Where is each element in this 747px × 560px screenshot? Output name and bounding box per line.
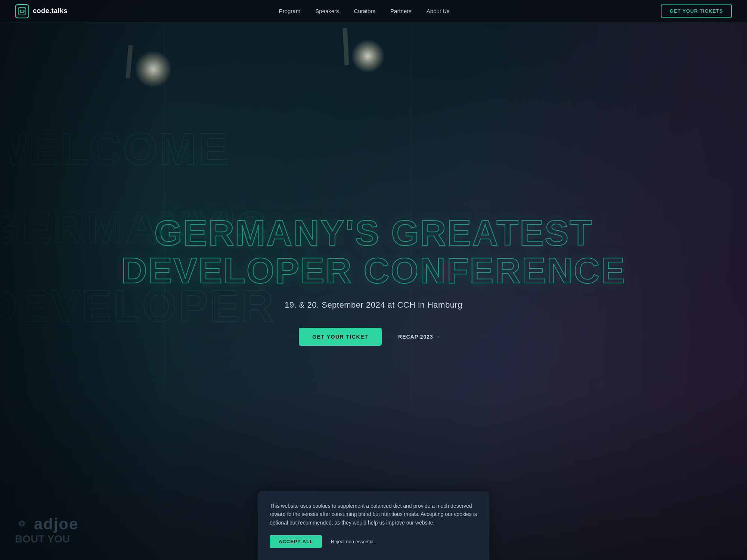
hero-title-line2: DEVELOPER CONFERENCE [121,251,626,290]
hero-cta-button[interactable]: GET YOUR TICKET [299,328,382,346]
nav-speakers[interactable]: Speakers [315,8,339,14]
navbar: code.talks Program Speakers Curators Par… [0,0,747,22]
hero-title: GERMANY'S GREATEST DEVELOPER CONFERENCE [121,214,626,290]
nav-partners[interactable]: Partners [390,8,412,14]
cookie-text: This website uses cookies to supplement … [270,502,477,527]
hero-section: WELCOME GERMANY'S DEVELOPER GERMANY'S GR… [0,0,747,560]
adjoe-brand: ⚬ adjoe [15,515,78,533]
svg-point-2 [23,10,25,12]
nav-cta-button[interactable]: GET YOUR TICKETS [661,4,732,18]
logo-link[interactable]: code.talks [15,4,68,18]
nav-program[interactable]: Program [279,8,301,14]
cookie-reject-button[interactable]: Reject non essential [331,535,375,548]
cookie-banner: This website uses cookies to supplement … [258,491,489,560]
hero-subtitle: 19. & 20. September 2024 at CCH in Hambu… [121,300,626,310]
stage-light-2 [351,39,385,73]
logo-icon [15,4,29,18]
hero-title-line1: GERMANY'S GREATEST [154,213,593,253]
cookie-actions: ACCEPT ALL Reject non essential [270,535,477,548]
adjoe-tagline: BOUT YOU [15,533,78,545]
nav-curators[interactable]: Curators [354,8,376,14]
hero-actions: GET YOUR TICKET RECAP 2023 → [121,328,626,346]
sponsor-logo-area: ⚬ adjoe BOUT YOU [15,515,78,545]
hero-recap-button[interactable]: RECAP 2023 → [391,328,448,346]
nav-links: Program Speakers Curators Partners About… [279,8,450,15]
cookie-accept-button[interactable]: ACCEPT ALL [270,535,322,548]
logo-text: code.talks [33,7,68,15]
nav-about[interactable]: About Us [427,8,450,14]
hero-content: GERMANY'S GREATEST DEVELOPER CONFERENCE … [114,214,633,346]
